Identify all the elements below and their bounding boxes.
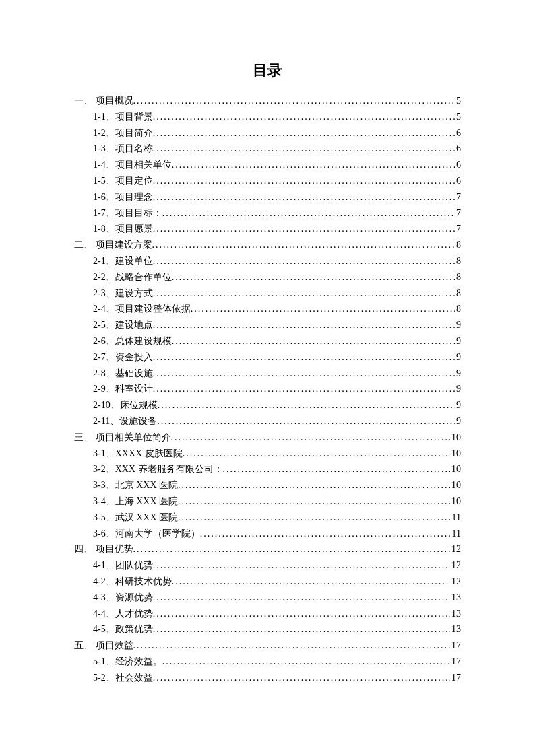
toc-entry-page: 17: [450, 654, 461, 670]
toc-leader-dots: [153, 366, 455, 382]
toc-leader-dots: [153, 349, 455, 366]
toc-entry-label: 4-1、团队优势: [93, 557, 153, 574]
toc-entry-label: 4-4、人才优势: [93, 606, 153, 622]
toc-entry: 3-6、河南大学（医学院）11: [74, 526, 461, 542]
toc-entry: 2-9、科室设计9: [74, 381, 461, 397]
toc-entry: 五、 项目效益17: [74, 638, 461, 654]
toc-entry-number: 2-3、: [93, 288, 115, 298]
toc-entry: 三、 项目相关单位简介10: [74, 429, 461, 446]
toc-entry-text: 项目理念: [115, 192, 153, 202]
toc-entry-page: 11: [451, 526, 461, 542]
toc-entry-label: 4-5、政策优势: [93, 621, 153, 638]
toc-entry-label: 四、 项目优势: [74, 541, 133, 557]
toc-entry-label: 3-4、上海 XXX 医院: [93, 493, 178, 510]
toc-leader-dots: [133, 93, 455, 109]
toc-entry-text: 资源优势: [115, 592, 153, 603]
toc-entry: 1-1、项目背景5: [74, 109, 461, 125]
toc-entry-label: 2-10、床位规模: [93, 397, 158, 413]
toc-leader-dots: [178, 510, 451, 526]
toc-entry-page: 12: [450, 557, 461, 574]
toc-leader-dots: [153, 317, 455, 333]
toc-entry-label: 2-8、基础设施: [93, 366, 153, 382]
toc-leader-dots: [183, 446, 450, 462]
toc-entry-text: 项目相关单位: [115, 160, 172, 170]
toc-entry-number: 4-5、: [93, 624, 115, 634]
toc-entry-text: XXX 养老服务有限公司：: [115, 464, 223, 474]
toc-container: 一、 项目概况51-1、项目背景51-2、项目简介61-3、项目名称61-4、项…: [74, 93, 461, 685]
toc-entry-page: 10: [450, 446, 461, 462]
toc-entry-number: 2-8、: [93, 368, 115, 378]
toc-entry-number: 五、: [74, 640, 93, 650]
toc-entry-number: 2-6、: [93, 336, 115, 346]
toc-entry: 2-8、基础设施9: [74, 366, 461, 382]
toc-entry: 3-5、武汉 XXX 医院11: [74, 510, 461, 526]
toc-entry-text: 项目效益: [96, 640, 133, 650]
toc-entry-number: 3-1、: [93, 448, 115, 458]
toc-leader-dots: [153, 606, 450, 622]
toc-leader-dots: [152, 237, 455, 253]
toc-entry: 2-6、总体建设规模9: [74, 333, 461, 349]
toc-entry-page: 8: [455, 301, 461, 317]
toc-entry-label: 2-6、总体建设规模: [93, 333, 172, 349]
toc-entry-page: 10: [450, 429, 461, 446]
toc-entry-page: 6: [455, 141, 461, 157]
toc-entry: 1-2、项目简介6: [74, 125, 461, 141]
toc-entry: 4-5、政策优势13: [74, 621, 461, 638]
toc-entry-number: 5-1、: [93, 656, 115, 666]
toc-entry-text: 战略合作单位: [115, 272, 172, 282]
toc-entry-text: 人才优势: [115, 609, 153, 619]
toc-entry-label: 1-7、项目目标：: [93, 205, 162, 221]
toc-entry-page: 13: [450, 621, 461, 638]
toc-entry-text: 基础设施: [115, 368, 153, 378]
toc-entry-page: 10: [450, 477, 461, 493]
toc-leader-dots: [200, 526, 451, 542]
toc-title: 目录: [74, 61, 461, 81]
toc-entry-number: 1-3、: [93, 143, 115, 153]
toc-entry-number: 2-11、: [93, 416, 119, 426]
toc-entry-text: 建设单位: [115, 256, 153, 266]
toc-entry-label: 3-2、XXX 养老服务有限公司：: [93, 461, 223, 477]
toc-entry: 4-2、科研技术优势12: [74, 574, 461, 590]
toc-entry-label: 1-8、项目愿景: [93, 221, 153, 237]
toc-entry-page: 6: [455, 157, 461, 173]
toc-entry-number: 3-3、: [93, 480, 115, 490]
toc-entry-page: 13: [450, 590, 461, 606]
toc-entry-number: 3-2、: [93, 464, 115, 474]
toc-leader-dots: [172, 269, 455, 285]
toc-entry-label: 4-2、科研技术优势: [93, 574, 172, 590]
toc-entry-page: 8: [455, 253, 461, 269]
toc-entry-label: 一、 项目概况: [74, 93, 133, 109]
toc-entry: 1-7、项目目标：7: [74, 205, 461, 221]
toc-leader-dots: [157, 413, 455, 429]
toc-leader-dots: [172, 157, 455, 173]
toc-entry-page: 9: [455, 317, 461, 333]
toc-entry-text: 建设地点: [115, 320, 153, 330]
toc-entry-number: 2-5、: [93, 320, 115, 330]
toc-entry-label: 2-4、项目建设整体依据: [93, 301, 191, 317]
toc-entry-label: 2-7、资金投入: [93, 349, 153, 366]
toc-leader-dots: [153, 173, 455, 189]
toc-entry-number: 4-3、: [93, 592, 115, 603]
toc-leader-dots: [171, 429, 451, 446]
toc-entry: 2-5、建设地点9: [74, 317, 461, 333]
toc-entry-text: 项目定位: [115, 176, 153, 186]
toc-entry-number: 2-7、: [93, 352, 115, 362]
toc-entry-page: 8: [455, 285, 461, 302]
toc-entry-page: 11: [451, 510, 461, 526]
toc-entry-label: 5-1、经济效益。: [93, 654, 162, 670]
toc-entry-label: 2-5、建设地点: [93, 317, 153, 333]
toc-leader-dots: [153, 125, 455, 141]
toc-entry-label: 2-9、科室设计: [93, 381, 153, 397]
toc-entry-text: 项目建设整体依据: [115, 304, 191, 314]
toc-entry-text: 总体建设规模: [115, 336, 172, 346]
toc-entry: 1-4、项目相关单位6: [74, 157, 461, 173]
toc-leader-dots: [153, 189, 455, 205]
toc-leader-dots: [153, 253, 455, 269]
toc-entry: 5-1、经济效益。17: [74, 654, 461, 670]
toc-entry-page: 7: [455, 189, 461, 205]
toc-leader-dots: [153, 557, 450, 574]
toc-entry-label: 1-5、项目定位: [93, 173, 153, 189]
toc-leader-dots: [153, 141, 455, 157]
toc-entry-label: 2-11、设施设备: [93, 413, 157, 429]
toc-entry: 2-4、项目建设整体依据8: [74, 301, 461, 317]
